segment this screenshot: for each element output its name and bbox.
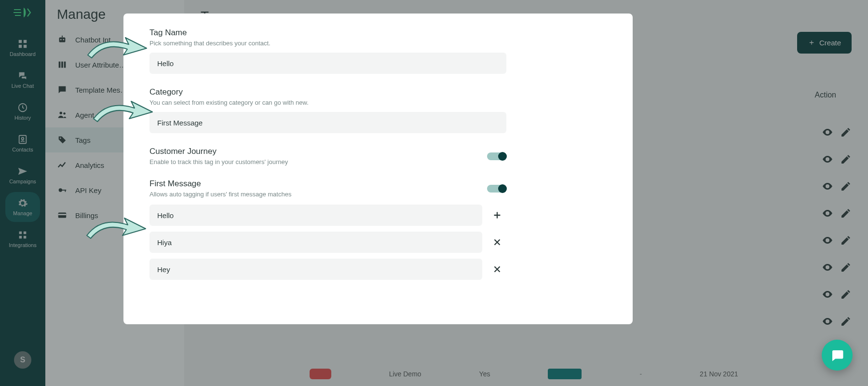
section-customer-journey: Customer Journey Enable to track this ta… xyxy=(149,147,614,165)
section-tag-name: Tag Name Pick something that describes y… xyxy=(149,28,614,74)
section-title: Category xyxy=(149,87,614,97)
add-message-button[interactable] xyxy=(492,210,502,221)
create-tag-dialog: Tag Name Pick something that describes y… xyxy=(123,14,633,324)
section-category: Category You can select from existing ca… xyxy=(149,87,614,133)
message-row xyxy=(149,259,614,280)
toggle-knob xyxy=(498,184,507,193)
section-description: Pick something that describes your conta… xyxy=(149,40,614,47)
remove-message-button[interactable] xyxy=(492,264,502,275)
message-input[interactable] xyxy=(149,259,482,280)
section-description: Allows auto tagging if users' first mess… xyxy=(149,191,291,198)
section-title: Tag Name xyxy=(149,28,614,38)
section-description: Enable to track this tag in your custome… xyxy=(149,158,288,165)
category-input[interactable] xyxy=(149,112,506,133)
remove-message-button[interactable] xyxy=(492,237,502,248)
section-title: Customer Journey xyxy=(149,147,288,156)
message-row xyxy=(149,205,614,226)
message-row xyxy=(149,232,614,253)
chat-bubble-icon xyxy=(830,348,844,362)
chat-fab-button[interactable] xyxy=(822,340,853,371)
section-title: First Message xyxy=(149,179,291,189)
toggle-knob xyxy=(498,152,507,161)
message-input[interactable] xyxy=(149,205,482,226)
first-message-toggle[interactable] xyxy=(487,185,506,193)
tag-name-input[interactable] xyxy=(149,53,506,74)
section-first-message: First Message Allows auto tagging if use… xyxy=(149,179,614,280)
message-input[interactable] xyxy=(149,232,482,253)
customer-journey-toggle[interactable] xyxy=(487,152,506,160)
section-description: You can select from existing category or… xyxy=(149,99,614,106)
